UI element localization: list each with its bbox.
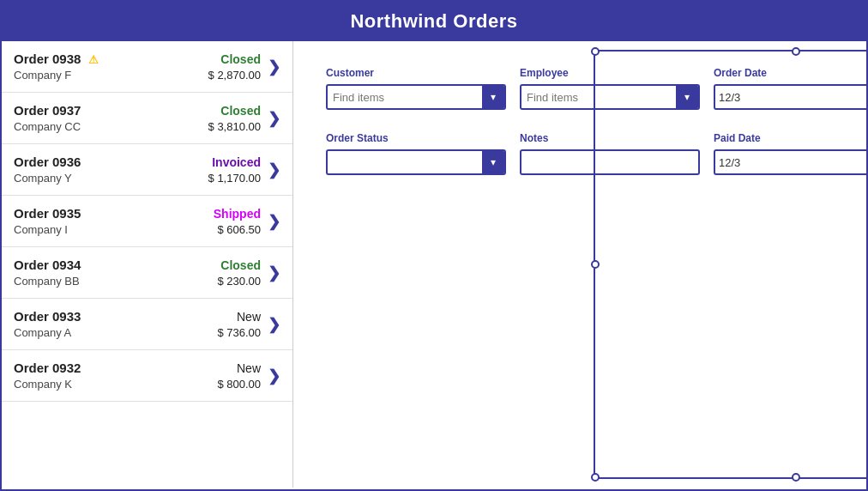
order-id: Order 0935 xyxy=(14,206,81,221)
chevron-right-icon[interactable]: ❯ xyxy=(268,212,280,231)
order-status: Closed xyxy=(220,258,261,272)
order-amount: $ 3,810.00 xyxy=(208,120,261,133)
order-company: Company CC xyxy=(14,120,81,133)
order-company-row: Company BB $ 230.00 xyxy=(14,275,261,288)
filter-panel: Customer ▾ Employee ▾ Order Da xyxy=(293,41,868,488)
resize-handle-top-center[interactable] xyxy=(792,47,800,56)
order-status-filter: Order Status ▾ xyxy=(326,132,506,175)
order-list[interactable]: Order 0938 ⚠ Closed Company F $ 2,870.00… xyxy=(2,41,293,488)
order-item-content: Order 0937 Closed Company CC $ 3,810.00 xyxy=(14,103,261,133)
order-company: Company K xyxy=(14,378,72,391)
order-amount: $ 230.00 xyxy=(217,275,261,288)
order-company: Company F xyxy=(14,69,71,82)
order-id: Order 0936 xyxy=(14,155,81,169)
employee-dropdown-button[interactable]: ▾ xyxy=(676,86,698,108)
resize-handle-bot-center[interactable] xyxy=(792,473,800,482)
customer-dropdown-button[interactable]: ▾ xyxy=(482,86,504,108)
order-status-dropdown-button[interactable]: ▾ xyxy=(482,151,504,173)
order-id: Order 0932 xyxy=(14,361,81,375)
order-item-content: Order 0936 Invoiced Company Y $ 1,170.00 xyxy=(14,155,261,185)
order-company-row: Company K $ 800.00 xyxy=(14,378,261,391)
app-title: Northwind Orders xyxy=(350,10,517,32)
order-id: Order 0933 xyxy=(14,309,81,324)
app-container: Northwind Orders Order 0938 ⚠ Closed Com… xyxy=(0,0,868,491)
customer-input[interactable] xyxy=(328,91,482,104)
order-item-content: Order 0934 Closed Company BB $ 230.00 xyxy=(14,258,261,288)
filter-grid: Customer ▾ Employee ▾ Order Da xyxy=(314,58,868,184)
employee-filter: Employee ▾ xyxy=(520,67,700,122)
order-amount: $ 800.00 xyxy=(217,378,261,391)
order-amount: $ 1,170.00 xyxy=(208,172,261,185)
order-item-0934[interactable]: Order 0934 Closed Company BB $ 230.00 ❯ xyxy=(2,247,292,299)
order-status: New xyxy=(237,361,261,375)
order-company-row: Company Y $ 1,170.00 xyxy=(14,172,261,185)
chevron-right-icon[interactable]: ❯ xyxy=(268,58,280,76)
order-title-row: Order 0937 Closed xyxy=(14,103,261,118)
order-company: Company Y xyxy=(14,172,72,185)
order-item-content: Order 0935 Shipped Company I $ 606.50 xyxy=(14,206,261,236)
order-status: New xyxy=(237,310,261,324)
chevron-right-icon[interactable]: ❯ xyxy=(268,315,280,334)
order-date-input-wrapper[interactable]: ▦ ‹ › xyxy=(714,84,868,110)
order-status: Invoiced xyxy=(212,155,261,169)
chevron-right-icon[interactable]: ❯ xyxy=(268,109,280,128)
order-company-row: Company F $ 2,870.00 xyxy=(14,69,261,82)
order-item-0932[interactable]: Order 0932 New Company K $ 800.00 ❯ xyxy=(2,350,292,402)
order-date-label: Order Date xyxy=(714,67,868,79)
employee-label: Employee xyxy=(520,67,700,79)
order-company: Company A xyxy=(14,326,71,339)
order-date-input[interactable] xyxy=(715,91,866,104)
paid-date-label: Paid Date xyxy=(714,132,868,144)
customer-label: Customer xyxy=(326,67,506,79)
order-item-content: Order 0933 New Company A $ 736.00 xyxy=(14,309,261,339)
order-status-label: Order Status xyxy=(326,132,506,144)
main-layout: Order 0938 ⚠ Closed Company F $ 2,870.00… xyxy=(2,41,866,488)
order-title-row: Order 0935 Shipped xyxy=(14,206,261,221)
warning-icon: ⚠ xyxy=(88,53,99,66)
order-item-0935[interactable]: Order 0935 Shipped Company I $ 606.50 ❯ xyxy=(2,196,292,247)
paid-date-input[interactable] xyxy=(715,156,866,169)
order-amount: $ 736.00 xyxy=(217,326,261,339)
order-item-0937[interactable]: Order 0937 Closed Company CC $ 3,810.00 … xyxy=(2,93,292,144)
order-company-row: Company I $ 606.50 xyxy=(14,223,261,236)
employee-input[interactable] xyxy=(521,91,676,104)
order-id: Order 0937 xyxy=(14,103,81,118)
order-title-row: Order 0934 Closed xyxy=(14,258,261,272)
notes-input[interactable] xyxy=(520,149,700,175)
order-amount: $ 606.50 xyxy=(217,223,261,236)
order-item-0933[interactable]: Order 0933 New Company A $ 736.00 ❯ xyxy=(2,299,292,350)
order-date-filter: Order Date ▦ ‹ › xyxy=(714,67,868,122)
employee-input-wrapper[interactable]: ▾ xyxy=(520,84,700,110)
app-header: Northwind Orders xyxy=(2,2,866,41)
order-company-row: Company A $ 736.00 xyxy=(14,326,261,339)
resize-handle-top-left[interactable] xyxy=(591,47,600,56)
order-item-0936[interactable]: Order 0936 Invoiced Company Y $ 1,170.00… xyxy=(2,144,292,196)
notes-filter: Notes xyxy=(520,132,700,175)
order-status: Closed xyxy=(220,52,261,66)
order-status-input[interactable] xyxy=(328,156,482,169)
customer-filter: Customer ▾ xyxy=(326,67,506,122)
order-item-0938[interactable]: Order 0938 ⚠ Closed Company F $ 2,870.00… xyxy=(2,41,292,93)
order-id: Order 0934 xyxy=(14,258,81,272)
paid-date-input-wrapper[interactable]: ▦ ‹ › xyxy=(714,149,868,175)
order-item-content: Order 0938 ⚠ Closed Company F $ 2,870.00 xyxy=(14,52,261,82)
order-amount: $ 2,870.00 xyxy=(208,69,261,82)
order-item-content: Order 0932 New Company K $ 800.00 xyxy=(14,361,261,391)
notes-label: Notes xyxy=(520,132,700,144)
customer-input-wrapper[interactable]: ▾ xyxy=(326,84,506,110)
resize-handle-mid-left[interactable] xyxy=(591,260,600,269)
order-company: Company I xyxy=(14,223,68,236)
order-status-input-wrapper[interactable]: ▾ xyxy=(326,149,506,175)
resize-handle-bot-left[interactable] xyxy=(591,473,600,482)
order-status: Closed xyxy=(220,104,261,118)
chevron-right-icon[interactable]: ❯ xyxy=(268,264,280,282)
order-company-row: Company CC $ 3,810.00 xyxy=(14,120,261,133)
paid-date-filter: Paid Date ▦ ‹ › xyxy=(714,132,868,175)
order-status: Shipped xyxy=(214,207,261,221)
order-id: Order 0938 ⚠ xyxy=(14,52,99,66)
chevron-right-icon[interactable]: ❯ xyxy=(268,161,280,179)
order-title-row: Order 0936 Invoiced xyxy=(14,155,261,169)
order-company: Company BB xyxy=(14,275,80,288)
chevron-right-icon[interactable]: ❯ xyxy=(268,367,280,385)
order-title-row: Order 0932 New xyxy=(14,361,261,375)
